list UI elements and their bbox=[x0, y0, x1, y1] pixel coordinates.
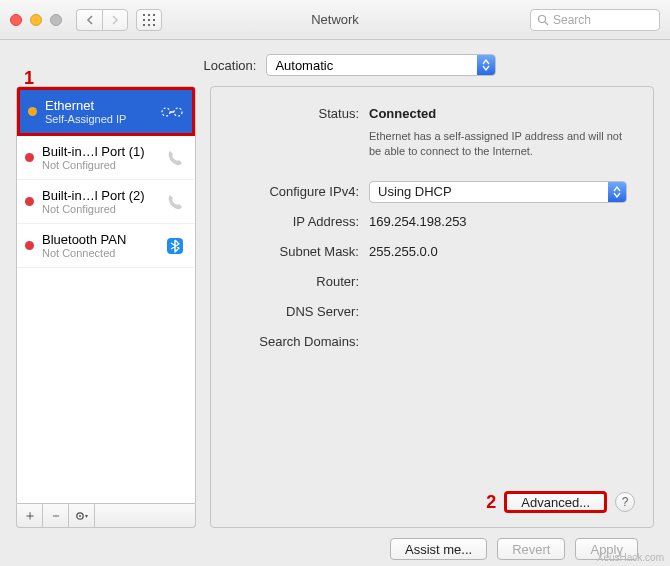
interfaces-list: Ethernet Self-Assigned IP Built-in…l Por… bbox=[16, 86, 196, 504]
help-button[interactable]: ? bbox=[615, 492, 635, 512]
svg-rect-5 bbox=[153, 19, 155, 21]
svg-rect-4 bbox=[148, 19, 150, 21]
svg-point-16 bbox=[79, 515, 81, 517]
sidebar-item-name: Bluetooth PAN bbox=[42, 232, 155, 247]
revert-button[interactable]: Revert bbox=[497, 538, 565, 560]
sidebar-item-sub: Not Configured bbox=[42, 203, 155, 215]
router-label: Router: bbox=[211, 271, 369, 293]
watermark: XeusHack.com bbox=[597, 552, 664, 563]
location-select[interactable]: Automatic bbox=[266, 54, 496, 76]
traffic-lights bbox=[10, 14, 62, 26]
searchdomains-label: Search Domains: bbox=[211, 331, 369, 353]
add-interface-button[interactable]: ＋ bbox=[17, 504, 43, 527]
bluetooth-icon bbox=[163, 234, 187, 258]
sidebar-item-modem1[interactable]: Built-in…l Port (1) Not Configured bbox=[17, 136, 195, 180]
dns-label: DNS Server: bbox=[211, 301, 369, 323]
annotation-1: 1 bbox=[24, 68, 34, 89]
ip-label: IP Address: bbox=[211, 211, 369, 233]
annotation-2: 2 bbox=[486, 492, 496, 513]
location-label: Location: bbox=[204, 58, 257, 73]
config-label: Configure IPv4: bbox=[211, 181, 369, 203]
ethernet-icon bbox=[160, 100, 184, 124]
configure-ipv4-select[interactable]: Using DHCP bbox=[369, 181, 627, 203]
svg-rect-8 bbox=[153, 24, 155, 26]
assist-button[interactable]: Assist me... bbox=[390, 538, 487, 560]
close-window-icon[interactable] bbox=[10, 14, 22, 26]
remove-interface-button[interactable]: － bbox=[43, 504, 69, 527]
sidebar-item-sub: Not Connected bbox=[42, 247, 155, 259]
status-hint: Ethernet has a self-assigned IP address … bbox=[369, 129, 629, 159]
sidebar-item-sub: Self-Assigned IP bbox=[45, 113, 152, 125]
svg-point-11 bbox=[162, 108, 170, 116]
svg-point-9 bbox=[539, 15, 546, 22]
back-button[interactable] bbox=[76, 9, 102, 31]
status-dot-icon bbox=[25, 197, 34, 206]
action-menu-button[interactable] bbox=[69, 504, 95, 527]
config-value: Using DHCP bbox=[378, 181, 452, 203]
zoom-window-icon bbox=[50, 14, 62, 26]
status-dot-icon bbox=[28, 107, 37, 116]
gear-icon bbox=[75, 510, 89, 522]
phone-icon bbox=[163, 190, 187, 214]
status-label: Status: bbox=[211, 103, 369, 125]
sidebar-footer: ＋ － bbox=[16, 504, 196, 528]
chevron-updown-icon bbox=[477, 55, 495, 75]
svg-rect-0 bbox=[143, 14, 145, 16]
svg-rect-2 bbox=[153, 14, 155, 16]
search-placeholder: Search bbox=[553, 13, 591, 27]
sidebar-item-sub: Not Configured bbox=[42, 159, 155, 171]
svg-point-12 bbox=[174, 108, 182, 116]
details-panel: Status: Connected Ethernet has a self-as… bbox=[210, 86, 654, 528]
status-dot-icon bbox=[25, 241, 34, 250]
titlebar: Network Search bbox=[0, 0, 670, 40]
sidebar-item-name: Built-in…l Port (2) bbox=[42, 188, 155, 203]
subnet-label: Subnet Mask: bbox=[211, 241, 369, 263]
sidebar-item-bluetooth[interactable]: Bluetooth PAN Not Connected bbox=[17, 224, 195, 268]
advanced-button[interactable]: Advanced... bbox=[504, 491, 607, 513]
status-value: Connected bbox=[369, 106, 436, 121]
location-value: Automatic bbox=[275, 58, 333, 73]
sidebar-item-name: Built-in…l Port (1) bbox=[42, 144, 155, 159]
status-dot-icon bbox=[25, 153, 34, 162]
nav-buttons bbox=[76, 9, 128, 31]
search-input[interactable]: Search bbox=[530, 9, 660, 31]
bottom-bar: Assist me... Revert Apply bbox=[16, 528, 654, 560]
location-row: Location: Automatic bbox=[46, 54, 654, 76]
ip-value: 169.254.198.253 bbox=[369, 211, 635, 233]
minimize-window-icon[interactable] bbox=[30, 14, 42, 26]
sidebar-item-ethernet[interactable]: Ethernet Self-Assigned IP bbox=[17, 87, 195, 136]
svg-rect-1 bbox=[148, 14, 150, 16]
forward-button[interactable] bbox=[102, 9, 128, 31]
sidebar-item-modem2[interactable]: Built-in…l Port (2) Not Configured bbox=[17, 180, 195, 224]
svg-line-10 bbox=[545, 22, 548, 25]
search-icon bbox=[537, 14, 549, 26]
svg-rect-7 bbox=[148, 24, 150, 26]
svg-rect-6 bbox=[143, 24, 145, 26]
subnet-value: 255.255.0.0 bbox=[369, 241, 635, 263]
svg-rect-3 bbox=[143, 19, 145, 21]
sidebar-item-name: Ethernet bbox=[45, 98, 152, 113]
chevron-updown-icon bbox=[608, 182, 626, 202]
show-all-button[interactable] bbox=[136, 9, 162, 31]
phone-icon bbox=[163, 146, 187, 170]
